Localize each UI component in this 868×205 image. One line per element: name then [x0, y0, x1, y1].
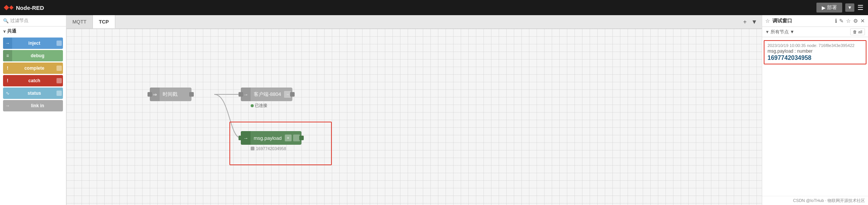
msg-payload-arrow-icon: → — [243, 135, 248, 141]
tcp-arrow-icon: → — [243, 92, 248, 97]
debug-pin-icon[interactable]: ☆ — [846, 18, 851, 24]
tcp-left-port — [239, 92, 243, 97]
tabs-bar: MQTT TCP + ▼ — [66, 15, 762, 29]
complete-mark-icon: ! — [7, 66, 8, 71]
clear-all-label: all — [858, 30, 862, 34]
sidebar-scroll: ∨ 共通 → inject ≡ debug — [0, 27, 66, 205]
complete-label: complete — [12, 66, 57, 71]
trash-icon: 🗑 — [853, 30, 857, 34]
payload-value-label: 1697742034958 — [251, 146, 286, 151]
tab-menu-button[interactable]: ▼ — [750, 18, 759, 26]
inject-label: inject — [12, 41, 57, 46]
tabs-actions: + ▼ — [742, 18, 762, 26]
filter-select[interactable]: ▼ 所有节点 ▼ — [765, 29, 794, 35]
sidebar: 🔍 过滤节点 ∨ 共通 → inject — [0, 15, 66, 205]
tab-mqtt-label: MQTT — [72, 19, 86, 25]
complete-port — [57, 66, 62, 71]
status-port — [57, 91, 62, 96]
sidebar-item-catch[interactable]: ! catch — [3, 75, 63, 86]
timestamp-label: 时间戳 — [160, 91, 181, 98]
complete-icon: ! — [3, 63, 12, 74]
connections-svg — [66, 29, 762, 205]
add-tab-button[interactable]: + — [742, 18, 748, 26]
link-in-icon: → — [3, 100, 12, 111]
debug-panel-header: ☆ 调试窗口 ℹ ✎ ☆ ⚙ ✕ — [762, 15, 868, 27]
timestamp-node[interactable]: ⇒ 时间戳 — [150, 88, 191, 101]
connected-status: 已连接 — [251, 103, 267, 108]
sidebar-search[interactable]: 🔍 过滤节点 — [0, 15, 66, 27]
logo-diamond1 — [4, 5, 9, 10]
inject-port — [57, 41, 62, 46]
debug-close-icon[interactable]: ✕ — [860, 18, 865, 24]
search-placeholder: 过滤节点 — [10, 17, 28, 24]
topbar-right: ▶ 部署 ▼ ☰ — [816, 3, 863, 13]
debug-message-value: 1697742034958 — [768, 55, 863, 61]
debug-panel-filter: ▼ 所有节点 ▼ 🗑 all — [762, 27, 868, 37]
debug-panel: ☆ 调试窗口 ℹ ✎ ☆ ⚙ ✕ ▼ 所有节点 ▼ 🗑 all 2023/10/… — [762, 15, 868, 205]
timestamp-left-port — [148, 92, 152, 97]
sidebar-category[interactable]: ∨ 共通 — [0, 27, 66, 36]
hamburger-icon[interactable]: ☰ — [857, 3, 863, 12]
debug-label: debug — [12, 53, 63, 58]
topbar-left: Node-RED — [5, 5, 44, 11]
debug-edit-icon[interactable]: ✎ — [839, 18, 844, 24]
inject-arrow-icon: → — [5, 41, 10, 46]
timestamp-right-port — [189, 92, 194, 97]
search-icon: 🔍 — [3, 18, 9, 23]
deploy-icon: ▶ — [822, 5, 826, 11]
connected-dot — [251, 104, 254, 107]
payload-value: 1697742034958 — [256, 146, 286, 151]
debug-message-type: msg.payload : number — [768, 49, 863, 54]
category-label: 共通 — [7, 28, 16, 34]
debug-list-icon: ≡ — [6, 53, 9, 58]
debug-panel-star-icon: ☆ — [765, 18, 770, 24]
debug-info-icon[interactable]: ℹ — [835, 18, 837, 24]
sidebar-item-complete[interactable]: ! complete — [3, 63, 63, 74]
clear-all-button[interactable]: 🗑 all — [850, 28, 865, 35]
debug-message: 2023/10/19 10:00:35 node: 716f8e343e3954… — [764, 40, 866, 64]
filter-icon: ▼ — [765, 30, 769, 34]
connected-label: 已连接 — [255, 103, 267, 108]
deploy-button[interactable]: ▶ 部署 — [816, 3, 842, 13]
status-wave-icon: ∿ — [6, 91, 9, 96]
msg-payload-list-icon: ≡ — [285, 135, 292, 141]
sidebar-item-status[interactable]: ∿ status — [3, 88, 63, 99]
debug-settings-icon[interactable]: ⚙ — [853, 18, 858, 24]
tab-mqtt[interactable]: MQTT — [66, 15, 93, 28]
sidebar-item-debug[interactable]: ≡ debug — [3, 50, 63, 61]
debug-panel-title: 调试窗口 — [772, 17, 833, 24]
tab-tcp-label: TCP — [99, 19, 109, 25]
canvas-area: MQTT TCP + ▼ ⇒ — [66, 15, 762, 205]
link-in-label: link in — [12, 103, 63, 108]
debug-footer: CSDN @IoTHub · 物联网开源技术社区 — [762, 196, 868, 205]
deploy-label: 部署 — [827, 4, 837, 11]
tcp-client-node[interactable]: → 客户端-8804 → 已连接 — [241, 88, 292, 101]
main-layout: 🔍 过滤节点 ∨ 共通 → inject — [0, 15, 868, 205]
filter-arrow-icon: ▼ — [790, 29, 794, 34]
link-in-arrow-icon: → — [5, 103, 10, 108]
category-arrow: ∨ — [3, 29, 6, 33]
timestamp-arrow-icon: ⇒ — [153, 92, 157, 97]
msg-payload-right-port — [299, 136, 304, 140]
msg-payload-menu-icon: ≡ — [287, 136, 289, 140]
value-dot — [251, 147, 254, 150]
sidebar-item-inject[interactable]: → inject — [3, 38, 63, 49]
msg-payload-label: msg.payload — [251, 135, 285, 141]
logo-icon — [5, 6, 13, 9]
msg-payload-node[interactable]: → msg.payload ≡ 1697742034958 — [241, 131, 301, 145]
footer-text: CSDN @IoTHub · 物联网开源技术社区 — [793, 198, 865, 203]
app-title: Node-RED — [16, 5, 44, 11]
tcp-right-port — [290, 92, 295, 97]
catch-port — [57, 78, 62, 83]
tcp-right-arrow-icon: → — [286, 92, 289, 96]
flow-canvas[interactable]: ⇒ 时间戳 → 客户端-8804 → — [66, 29, 762, 205]
status-icon: ∿ — [3, 88, 12, 99]
inject-icon: → — [3, 38, 12, 49]
logo-diamond2 — [9, 5, 13, 9]
sidebar-item-link-in[interactable]: → link in — [3, 100, 63, 111]
status-label: status — [12, 91, 57, 96]
topbar: Node-RED ▶ 部署 ▼ ☰ — [0, 0, 868, 15]
tab-tcp[interactable]: TCP — [93, 15, 115, 28]
deploy-dropdown-button[interactable]: ▼ — [845, 3, 854, 12]
tcp-label: 客户端-8804 — [251, 91, 284, 98]
